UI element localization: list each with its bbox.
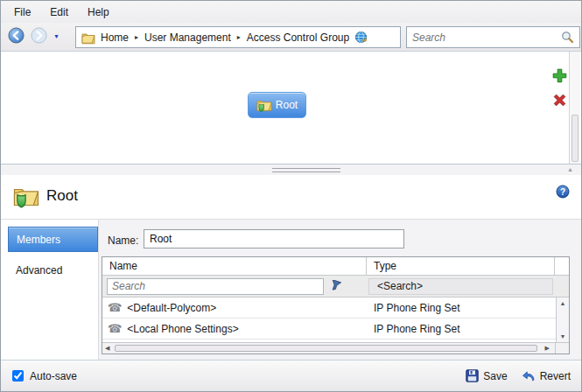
navigation-toolbar: ▼ Home ▸ User Management ▸ Access Contro… [1,23,581,52]
scroll-right-icon[interactable]: ▶ [545,345,550,352]
table-header-row: Name Type [102,257,569,276]
menu-bar: File Edit Help [1,1,581,23]
svg-text:?: ? [560,187,565,197]
question-mark-icon: ? [556,185,570,199]
member-name: <Default-Polycom> [127,302,216,314]
canvas-vertical-scrollbar[interactable] [569,52,580,164]
folder-shield-icon [13,183,39,209]
forward-arrow-icon [31,27,47,44]
member-type: IP Phone Ring Set [367,318,556,339]
global-search-box [406,26,580,48]
column-header-type[interactable]: Type [367,257,555,275]
forward-button[interactable] [31,27,47,44]
global-search-input[interactable] [412,32,561,44]
name-label: Name: [108,234,138,247]
help-button[interactable]: ? [556,185,570,199]
detail-tab-column: Members Advanced [2,220,99,361]
folder-shield-icon [256,97,272,113]
tree-node-root[interactable]: Root [248,92,306,118]
scroll-left-icon[interactable]: ◀ [105,345,109,352]
delete-group-button[interactable] [552,93,567,108]
scrollbar-thumb[interactable] [571,115,578,162]
back-arrow-icon [8,27,25,44]
menu-file[interactable]: File [4,3,40,22]
breadcrumb-item-user-management[interactable]: User Management [144,32,231,44]
phone-icon: ☎ [108,302,122,313]
table-filter-row: <Search> [102,276,569,298]
splitter-grip-icon[interactable] [272,168,340,172]
save-button[interactable]: Save [466,369,507,382]
column-header-name[interactable]: Name [102,257,367,275]
collapse-pane-icon[interactable]: ▲ [567,166,573,172]
member-name: <Local Phone Settings> [127,323,238,335]
group-tree-canvas[interactable]: Root [1,52,581,164]
detail-title: Root [46,187,78,205]
status-bar: Auto-save Save Revert [1,360,581,391]
breadcrumb-separator: ▸ [236,33,242,41]
autosave-checkbox[interactable] [12,370,24,382]
breadcrumb-item-home[interactable]: Home [101,32,129,44]
table-row[interactable]: ☎ <Local Phone Settings> IP Phone Ring S… [102,318,556,340]
search-icon[interactable] [561,31,574,44]
menu-help[interactable]: Help [78,3,119,22]
folder-icon [81,31,95,45]
members-table: Name Type <Search> [102,256,570,354]
table-search-input[interactable] [107,278,324,295]
back-button[interactable] [8,27,25,44]
tree-node-label: Root [276,99,298,111]
x-icon [552,93,567,108]
floppy-disk-icon [466,369,479,382]
save-label: Save [483,370,507,382]
menu-edit[interactable]: Edit [40,3,78,22]
tab-members[interactable]: Members [8,227,98,252]
application-window: File Edit Help ▼ Home [0,0,582,392]
add-group-button[interactable] [552,68,567,83]
breadcrumb-separator: ▸ [134,33,139,41]
scrollbar-corner [555,343,569,354]
autosave-group: Auto-save [12,370,77,382]
pane-splitter[interactable]: ▲ [1,164,581,175]
scroll-up-icon[interactable]: ▲ [557,300,569,306]
breadcrumb-item-access-control-group[interactable]: Access Control Group [247,32,349,44]
filter-icon[interactable] [329,280,341,292]
globe-icon[interactable] [354,31,368,44]
scrollbar-thumb[interactable] [115,345,537,352]
scroll-down-icon[interactable]: ▼ [557,333,569,340]
column-header-spacer [555,257,569,275]
phone-icon: ☎ [108,323,122,334]
detail-header: Root ? [1,175,581,220]
history-dropdown-icon[interactable]: ▼ [53,33,60,39]
name-input[interactable] [144,229,404,248]
table-vertical-scrollbar[interactable]: ▲ ▼ [556,298,569,342]
member-type: IP Phone Ring Set [367,298,556,318]
revert-button[interactable]: Revert [522,369,571,382]
table-horizontal-scrollbar[interactable]: ◀ ▶ [102,342,569,354]
tab-advanced[interactable]: Advanced [8,257,98,283]
breadcrumb: Home ▸ User Management ▸ Access Control … [75,26,401,48]
revert-label: Revert [540,370,571,382]
autosave-label: Auto-save [30,370,77,382]
members-pane: Name: Name Type [99,220,581,361]
detail-content: Members Advanced Name: Name Type [1,220,581,361]
type-filter-dropdown[interactable]: <Search> [368,278,553,295]
plus-icon [552,68,567,83]
revert-arrow-icon [522,369,536,382]
table-row[interactable]: ☎ <Default-Polycom> IP Phone Ring Set [102,298,556,318]
table-body: ☎ <Default-Polycom> IP Phone Ring Set ☎ … [102,298,569,342]
